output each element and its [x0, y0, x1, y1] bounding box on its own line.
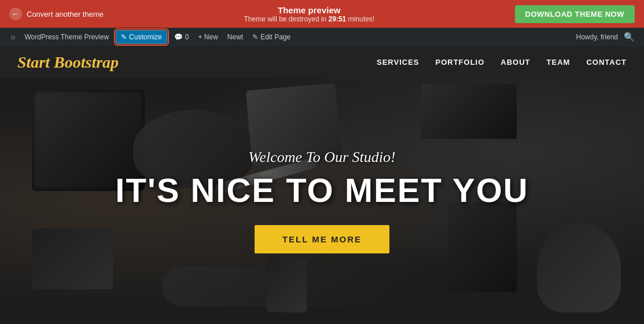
- comments-link[interactable]: 💬 0: [170, 28, 194, 46]
- countdown-timer: 29:51: [329, 15, 347, 23]
- wp-logo-button[interactable]: ○: [6, 28, 20, 46]
- download-theme-button[interactable]: DOWNLOAD THEME NOW: [515, 5, 635, 23]
- convert-another-button[interactable]: ← Convert another theme: [9, 8, 104, 20]
- hero-headphones-shape: [537, 223, 621, 312]
- convert-label: Convert another theme: [27, 10, 104, 19]
- newt-label: Newt: [227, 33, 243, 41]
- search-icon[interactable]: 🔍: [620, 32, 638, 42]
- edit-icon: ✎: [252, 33, 258, 41]
- edit-label: Edit Page: [260, 33, 290, 41]
- subtitle-pre: Theme will be destroyed in: [244, 15, 329, 23]
- admin-right: Howdy, friend 🔍: [576, 32, 638, 42]
- customize-label: Customize: [129, 33, 162, 41]
- comment-icon: 💬: [174, 33, 183, 41]
- nav-portfolio[interactable]: PORTFOLIO: [436, 58, 485, 67]
- hero-cta-button[interactable]: TELL ME MORE: [255, 225, 389, 253]
- hero-book-shape: [421, 84, 517, 139]
- edit-page-button[interactable]: ✎ Edit Page: [248, 28, 295, 46]
- hero-phone-shape: [32, 229, 113, 289]
- wp-icon: ○: [10, 32, 15, 42]
- nav-links: SERVICES PORTFOLIO ABOUT TEAM CONTACT: [377, 58, 627, 67]
- hero-title: IT'S NICE TO MEET YOU: [115, 172, 528, 209]
- newt-link[interactable]: Newt: [223, 28, 248, 46]
- back-icon: ←: [9, 8, 22, 20]
- theme-preview-label: WordPress Theme Preview: [24, 33, 109, 41]
- subtitle-post: minutes!: [346, 15, 374, 23]
- banner-center: Theme preview Theme will be destroyed in…: [244, 5, 374, 23]
- site-nav: Start Bootstrap SERVICES PORTFOLIO ABOUT…: [0, 46, 644, 78]
- site-title[interactable]: Start Bootstrap: [17, 53, 119, 72]
- hero-subtitle: Welcome To Our Studio!: [115, 149, 528, 166]
- new-label: + New: [198, 33, 218, 41]
- nav-about[interactable]: ABOUT: [501, 58, 530, 67]
- comment-count: 0: [185, 33, 189, 41]
- nav-team[interactable]: TEAM: [547, 58, 571, 67]
- banner-subtitle: Theme will be destroyed in 29:51 minutes…: [244, 15, 374, 23]
- hero-section: Welcome To Our Studio! IT'S NICE TO MEET…: [0, 78, 644, 324]
- admin-bar: ○ WordPress Theme Preview ✎ Customize 💬 …: [0, 28, 644, 46]
- theme-preview-link[interactable]: WordPress Theme Preview: [20, 28, 113, 46]
- nav-contact[interactable]: CONTACT: [586, 58, 627, 67]
- pencil-icon: ✎: [121, 33, 127, 41]
- hero-watch-shape: [266, 257, 307, 312]
- banner-title: Theme preview: [244, 5, 374, 15]
- theme-preview-banner: ← Convert another theme Theme preview Th…: [0, 0, 644, 28]
- new-content-button[interactable]: + New: [193, 28, 222, 46]
- howdy-label: Howdy, friend: [576, 33, 618, 41]
- hero-content: Welcome To Our Studio! IT'S NICE TO MEET…: [115, 149, 528, 253]
- customize-button[interactable]: ✎ Customize: [116, 30, 167, 44]
- nav-services[interactable]: SERVICES: [377, 58, 419, 67]
